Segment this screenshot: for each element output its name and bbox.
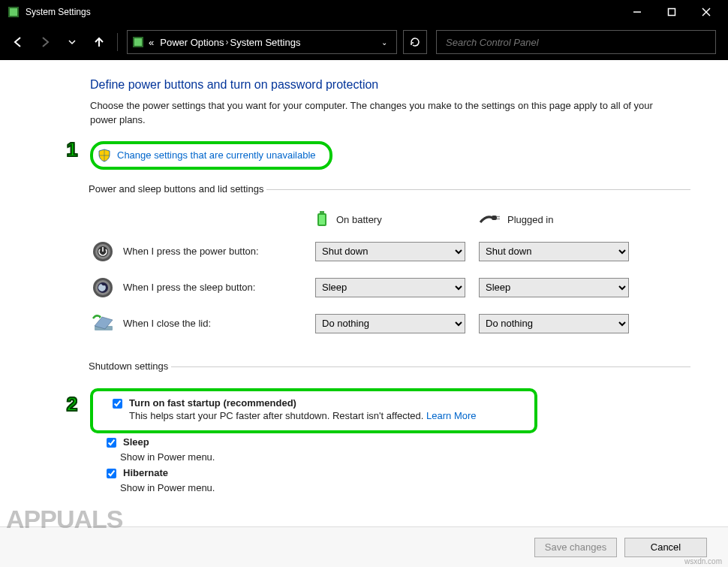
- refresh-button[interactable]: [403, 30, 427, 54]
- svg-rect-11: [492, 216, 497, 220]
- fast-startup-subtext: This helps start your PC faster after sh…: [129, 410, 477, 421]
- plug-icon: [479, 212, 500, 228]
- battery-icon: [315, 210, 329, 230]
- fast-startup-title: Turn on fast startup (recommended): [129, 397, 477, 409]
- recent-dropdown[interactable]: [60, 30, 84, 54]
- page-title: Define power buttons and turn on passwor…: [90, 78, 690, 92]
- breadcrumb-dropdown[interactable]: ⌄: [377, 38, 392, 47]
- forward-button[interactable]: [33, 30, 57, 54]
- search-box[interactable]: [436, 30, 716, 54]
- learn-more-link[interactable]: Learn More: [426, 410, 476, 421]
- lid-label: When I close the lid:: [123, 318, 315, 329]
- breadcrumb[interactable]: « Power Options › System Settings ⌄: [127, 30, 397, 54]
- power-button-battery-select[interactable]: Shut down: [315, 242, 465, 261]
- back-button[interactable]: [6, 30, 30, 54]
- sleep-checkbox[interactable]: [107, 438, 116, 448]
- svg-rect-1: [10, 8, 17, 16]
- svg-rect-8: [320, 211, 324, 213]
- content-area: Define power buttons and turn on passwor…: [0, 60, 728, 526]
- group-shutdown-legend: Shutdown settings: [89, 360, 171, 373]
- breadcrumb-item-system-settings[interactable]: System Settings: [230, 37, 301, 48]
- shield-icon: [98, 149, 111, 162]
- column-plugged-in: Plugged in: [479, 210, 629, 230]
- highlight-2: Turn on fast startup (recommended) This …: [90, 388, 537, 433]
- svg-rect-7: [134, 38, 142, 46]
- breadcrumb-icon: [132, 36, 144, 48]
- page-description: Choose the power settings that you want …: [90, 99, 660, 128]
- svg-rect-3: [669, 9, 675, 16]
- up-button[interactable]: [87, 30, 111, 54]
- save-changes-button[interactable]: Save changes: [534, 538, 617, 557]
- svg-rect-10: [319, 215, 325, 225]
- breadcrumb-sep-1: ›: [226, 37, 229, 47]
- maximize-button[interactable]: [654, 0, 689, 24]
- hibernate-row: Hibernate: [104, 467, 690, 481]
- hibernate-subtext: Show in Power menu.: [120, 482, 690, 493]
- hibernate-title: Hibernate: [123, 467, 168, 478]
- power-button-label: When I press the power button:: [123, 246, 315, 257]
- annotation-badge-1: 1: [60, 137, 84, 164]
- cancel-button[interactable]: Cancel: [624, 538, 707, 557]
- footer-bar: Save changes Cancel: [0, 526, 728, 567]
- nav-bar: « Power Options › System Settings ⌄: [0, 24, 728, 60]
- sleep-row: Sleep: [104, 436, 690, 450]
- hibernate-checkbox[interactable]: [107, 469, 116, 478]
- sleep-button-label: When I press the sleep button:: [123, 282, 315, 293]
- window-title: System Settings: [26, 7, 620, 17]
- group-power-buttons: Power and sleep buttons and lid settings…: [90, 183, 690, 347]
- sleep-button-icon: [90, 275, 116, 300]
- row-power-button: When I press the power button: Shut down…: [90, 239, 690, 264]
- search-input[interactable]: [444, 36, 708, 49]
- fast-startup-row: Turn on fast startup (recommended) This …: [110, 397, 519, 421]
- lid-plugged-select[interactable]: Do nothing: [479, 314, 629, 333]
- app-icon: [8, 6, 20, 18]
- column-on-battery: On battery: [315, 210, 465, 230]
- row-sleep-button: When I press the sleep button: Sleep Sle…: [90, 275, 690, 300]
- close-button[interactable]: [689, 0, 723, 24]
- group-shutdown-settings: Shutdown settings 2 Turn on fast startup…: [90, 360, 690, 498]
- lid-battery-select[interactable]: Do nothing: [315, 314, 465, 333]
- row-lid: When I close the lid: Do nothing Do noth…: [90, 311, 690, 336]
- change-settings-link[interactable]: Change settings that are currently unava…: [117, 149, 316, 161]
- nav-divider: [117, 33, 118, 51]
- lid-icon: [90, 311, 116, 336]
- breadcrumb-item-power-options[interactable]: Power Options: [160, 37, 224, 48]
- annotation-badge-2: 2: [60, 391, 84, 418]
- fast-startup-checkbox[interactable]: [113, 399, 122, 409]
- highlight-1: Change settings that are currently unava…: [90, 141, 332, 170]
- minimize-button[interactable]: [620, 0, 654, 24]
- sleep-title: Sleep: [123, 436, 149, 448]
- power-button-icon: [90, 239, 116, 264]
- breadcrumb-prefix: «: [149, 37, 154, 48]
- sleep-button-battery-select[interactable]: Sleep: [315, 278, 465, 297]
- group-power-buttons-legend: Power and sleep buttons and lid settings: [89, 183, 266, 196]
- power-button-plugged-select[interactable]: Shut down: [479, 242, 629, 261]
- sleep-button-plugged-select[interactable]: Sleep: [479, 278, 629, 297]
- title-bar: System Settings: [0, 0, 728, 24]
- sleep-subtext: Show in Power menu.: [120, 451, 690, 463]
